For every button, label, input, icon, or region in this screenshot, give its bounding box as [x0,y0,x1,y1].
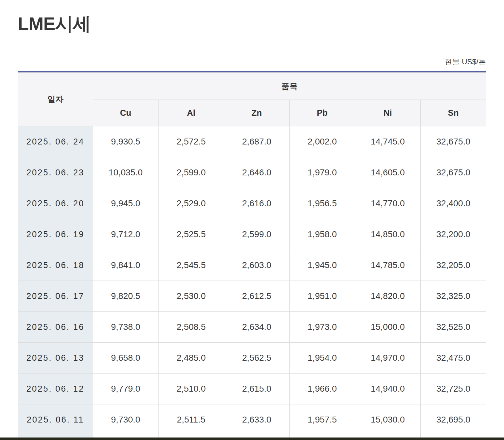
column-header-zn: Zn [224,100,290,126]
price-cell: 9,841.0 [93,250,159,281]
price-cell: 2,485.0 [159,343,224,374]
column-group-header-items: 품목 [93,73,486,100]
price-cell: 32,525.0 [421,312,486,343]
price-cell: 2,530.0 [159,281,224,312]
price-cell: 2,612.5 [224,281,290,312]
partial-value-cell [290,435,355,438]
price-cell: 2,603.0 [224,250,290,281]
price-cell: 2,634.0 [224,312,290,343]
price-cell: 2,599.0 [159,157,224,188]
price-cell: 2,633.0 [224,404,290,435]
table-row: 2025. 06. 169,738.02,508.52,634.01,973.0… [18,312,486,343]
price-table-wrapper: 일자 품목 Cu Al Zn Pb Ni Sn 2025. 06. 249,93… [18,71,486,438]
price-cell: 1,956.5 [290,188,355,219]
price-cell: 2,511.5 [159,404,224,435]
date-cell: 2025. 06. 18 [18,250,93,281]
table-row: 2025. 06. 179,820.52,530.02,612.51,951.0… [18,281,486,312]
date-cell: 2025. 06. 12 [18,374,93,404]
price-cell: 1,951.0 [290,281,355,312]
lme-price-page: LME시세 현물 US$/톤 일자 품목 Cu Al Zn Pb Ni [0,0,504,440]
price-cell: 15,000.0 [355,312,421,343]
price-cell: 1,973.0 [290,312,355,343]
date-cell: 2025. 06. 24 [18,126,93,157]
date-cell: 2025. 06. 19 [18,219,93,250]
table-row: 2025. 06. 189,841.02,545.52,603.01,945.0… [18,250,486,281]
price-cell: 14,770.0 [355,188,421,219]
price-cell: 14,850.0 [355,219,421,250]
column-header-date: 일자 [18,73,93,126]
price-cell: 9,712.0 [93,219,159,250]
date-cell: 2025. 06. 23 [18,157,93,188]
price-cell: 2,508.5 [159,312,224,343]
table-header: 일자 품목 Cu Al Zn Pb Ni Sn [18,73,486,126]
column-header-al: Al [159,100,224,126]
price-cell: 2,572.5 [159,126,224,157]
price-cell: 1,954.0 [290,343,355,374]
table-row: 2025. 06. 209,945.02,529.02,616.01,956.5… [18,188,486,219]
date-cell: 2025. 06. 16 [18,312,93,343]
price-cell: 2,510.0 [159,374,224,404]
price-cell: 9,738.0 [93,312,159,343]
price-cell: 1,966.0 [290,374,355,404]
price-cell: 2,599.0 [224,219,290,250]
price-cell: 9,658.0 [93,343,159,374]
price-cell: 2,545.5 [159,250,224,281]
price-cell: 1,945.0 [290,250,355,281]
price-cell: 2,562.5 [224,343,290,374]
price-cell: 32,475.0 [421,343,486,374]
price-cell: 2,529.0 [159,188,224,219]
unit-label: 현물 US$/톤 [445,57,486,67]
table-row: 2025. 06. 199,712.02,525.52,599.01,958.0… [18,219,486,250]
price-cell: 32,675.0 [421,126,486,157]
price-cell: 9,779.0 [93,374,159,404]
partial-value-cell [224,435,290,438]
price-cell: 9,820.5 [93,281,159,312]
partial-value-cell [159,435,224,438]
price-cell: 2,525.5 [159,219,224,250]
price-cell: 1,979.0 [290,157,355,188]
price-cell: 9,730.0 [93,404,159,435]
date-cell: 2025. 06. 11 [18,404,93,435]
table-row: 2025. 06. 139,658.02,485.02,562.51,954.0… [18,343,486,374]
column-header-sn: Sn [421,100,486,126]
date-cell: 2025. 06. 17 [18,281,93,312]
column-header-cu: Cu [93,100,159,126]
price-cell: 2,615.0 [224,374,290,404]
price-cell: 2,646.0 [224,157,290,188]
price-cell: 9,930.5 [93,126,159,157]
partial-date-cell [18,435,93,438]
price-cell: 1,957.5 [290,404,355,435]
price-cell: 32,725.0 [421,374,486,404]
column-header-pb: Pb [290,100,355,126]
date-cell: 2025. 06. 13 [18,343,93,374]
partial-next-row [18,435,486,438]
price-cell: 2,002.0 [290,126,355,157]
table-row: 2025. 06. 119,730.02,511.52,633.01,957.5… [18,404,486,435]
price-cell: 2,616.0 [224,188,290,219]
price-cell: 32,675.0 [421,157,486,188]
price-cell: 32,400.0 [421,188,486,219]
column-header-ni: Ni [355,100,421,126]
price-cell: 2,687.0 [224,126,290,157]
price-cell: 14,970.0 [355,343,421,374]
price-cell: 32,325.0 [421,281,486,312]
price-cell: 14,785.0 [355,250,421,281]
partial-value-cell [421,435,486,438]
price-cell: 14,745.0 [355,126,421,157]
price-cell: 32,205.0 [421,250,486,281]
page-title: LME시세 [18,14,91,34]
price-cell: 10,035.0 [93,157,159,188]
table-row: 2025. 06. 129,779.02,510.02,615.01,966.0… [18,374,486,404]
price-cell: 32,200.0 [421,219,486,250]
price-cell: 32,695.0 [421,404,486,435]
price-cell: 1,958.0 [290,219,355,250]
lme-price-table: 일자 품목 Cu Al Zn Pb Ni Sn 2025. 06. 249,93… [18,72,486,438]
partial-value-cell [93,435,159,438]
table-partial-row-container [18,435,486,438]
price-cell: 14,940.0 [355,374,421,404]
price-cell: 9,945.0 [93,188,159,219]
partial-value-cell [355,435,421,438]
price-cell: 15,030.0 [355,404,421,435]
price-cell: 14,605.0 [355,157,421,188]
table-row: 2025. 06. 2310,035.02,599.02,646.01,979.… [18,157,486,188]
